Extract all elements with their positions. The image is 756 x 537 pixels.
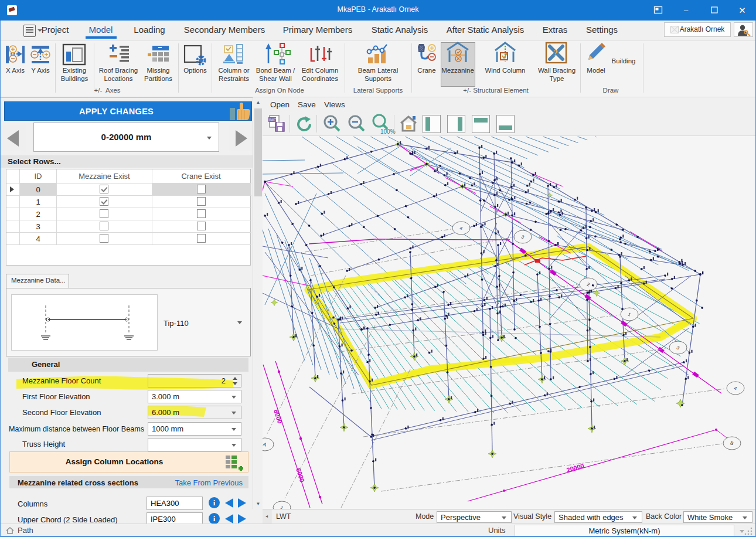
svg-text:?: ?: [553, 48, 558, 58]
svg-text:IMG: IMG: [269, 118, 277, 122]
svg-text:100%: 100%: [380, 128, 396, 135]
